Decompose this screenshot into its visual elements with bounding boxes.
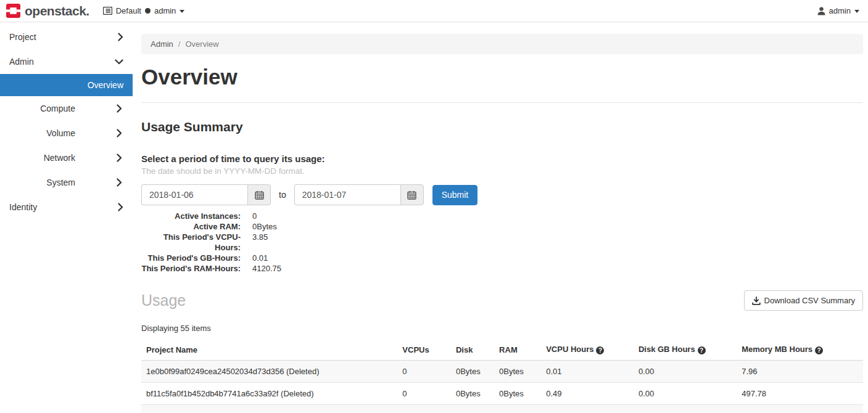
usage-table-header: Usage Download CSV Summary <box>141 290 863 311</box>
cell-ram: 0Bytes <box>494 383 541 405</box>
sidebar-item-identity[interactable]: Identity <box>0 195 133 219</box>
chevron-right-icon <box>116 178 122 187</box>
stat-gb-hours: This Period's GB-Hours: 0.01 <box>141 253 863 263</box>
sidebar-item-label: Compute <box>40 104 75 113</box>
stat-active-instances: Active Instances: 0 <box>141 211 863 221</box>
project-context-switcher[interactable]: Default admin <box>103 6 185 15</box>
user-icon <box>817 7 825 15</box>
sidebar-item-volume[interactable]: Volume <box>0 121 133 145</box>
column-label: VCPU Hours <box>546 345 593 354</box>
cell-ram: 0Bytes <box>494 361 541 383</box>
chevron-down-icon <box>180 10 184 13</box>
cell-disk-gb-hours: 0.00 <box>634 361 737 383</box>
sidebar-item-label: System <box>46 178 75 187</box>
help-icon[interactable]: ? <box>698 346 706 354</box>
cell-vcpu-hours: 0.01 <box>541 361 634 383</box>
sidebar-item-overview-selected[interactable]: Overview <box>0 74 133 96</box>
column-disk-gb-hours: Disk GB Hours? <box>634 339 737 361</box>
stat-value: 3.85 <box>252 232 268 253</box>
context-separator-dot <box>145 8 151 14</box>
cell-memory-mb-hours: 110.93 <box>737 405 863 413</box>
date-range-prompt: Select a period of time to query its usa… <box>141 153 863 164</box>
submit-button[interactable]: Submit <box>432 185 478 205</box>
date-to-calendar-button[interactable] <box>400 184 424 205</box>
user-name: admin <box>829 6 851 15</box>
stat-value: 0Bytes <box>252 221 277 232</box>
cell-project-name: 1e0b0f99af0249cea24502034d73d356 (Delete… <box>141 361 397 383</box>
sidebar-item-project[interactable]: Project <box>0 25 133 49</box>
sidebar-item-label: Admin <box>9 57 34 67</box>
stat-ram-hours: This Period's RAM-Hours: 4120.75 <box>141 263 863 274</box>
help-icon[interactable]: ? <box>596 346 604 354</box>
breadcrumb-separator: / <box>178 39 181 49</box>
date-range-form: to Submit <box>141 184 863 205</box>
to-label: to <box>279 190 286 200</box>
cell-memory-mb-hours: 497.78 <box>737 383 863 405</box>
breadcrumb-current: Overview <box>185 39 218 49</box>
stat-value: 0 <box>252 211 257 221</box>
column-label: Memory MB Hours <box>742 345 812 354</box>
usage-summary-heading: Usage Summary <box>141 120 863 134</box>
cell-disk: 0Bytes <box>451 405 494 413</box>
calendar-icon <box>407 190 416 200</box>
page-title: Overview <box>141 65 863 89</box>
table-row: bf11c5fa0f1b452db4b7741a6c33a92f (Delete… <box>141 383 863 405</box>
usage-table-title: Usage <box>141 292 186 309</box>
stat-vcpu-hours: This Period's VCPU-Hours: 3.85 <box>141 232 863 253</box>
column-disk: Disk <box>451 339 494 361</box>
column-label: VCPUs <box>402 345 429 354</box>
chevron-right-icon <box>116 129 122 137</box>
table-row: 1e0b0f99af0249cea24502034d73d356 (Delete… <box>141 361 863 383</box>
cell-vcpus: 0 <box>397 383 451 405</box>
main-content: Admin / Overview Overview Usage Summary … <box>133 22 868 413</box>
sidebar-item-system[interactable]: System <box>0 170 133 195</box>
chevron-right-icon <box>117 203 123 211</box>
stat-label: Active RAM: <box>141 221 241 232</box>
download-csv-label: Download CSV Summary <box>764 296 855 305</box>
sidebar-item-label: Network <box>44 153 75 163</box>
chevron-right-icon <box>117 33 123 41</box>
item-count: Displaying 55 items <box>141 324 863 333</box>
sidebar-item-label: Overview <box>88 80 123 90</box>
cell-memory-mb-hours: 7.96 <box>737 361 863 383</box>
date-from-input[interactable] <box>141 184 247 205</box>
context-project: admin <box>154 6 176 15</box>
cell-vcpus: 0 <box>397 361 451 383</box>
stat-label: This Period's RAM-Hours: <box>141 263 241 274</box>
cell-disk-gb-hours: 0.00 <box>634 405 737 413</box>
sidebar-item-network[interactable]: Network <box>0 145 133 170</box>
cell-ram: 0Bytes <box>494 405 541 413</box>
user-menu[interactable]: admin <box>817 6 859 15</box>
top-bar: openstack. Default admin admin <box>0 0 868 22</box>
date-from-calendar-button[interactable] <box>247 184 271 205</box>
stat-value: 4120.75 <box>252 263 281 274</box>
table-header-row: Project Name VCPUs Disk RAM VCPU Hours? <box>141 339 863 361</box>
column-project-name: Project Name <box>141 339 397 361</box>
sidebar-item-compute[interactable]: Compute <box>0 96 133 121</box>
openstack-brand[interactable]: openstack. <box>6 4 89 18</box>
stat-label: This Period's VCPU-Hours: <box>141 232 241 253</box>
date-to-input[interactable] <box>294 184 400 205</box>
chevron-down-icon <box>115 59 123 65</box>
breadcrumb-admin-link[interactable]: Admin <box>151 39 173 49</box>
date-to-group <box>294 184 424 205</box>
title-divider <box>141 102 863 103</box>
sidebar-item-admin[interactable]: Admin <box>0 49 133 74</box>
help-icon[interactable]: ? <box>815 346 823 354</box>
column-vcpu-hours: VCPU Hours? <box>541 339 634 361</box>
column-label: RAM <box>499 345 518 354</box>
cell-vcpu-hours: 0.49 <box>541 383 634 405</box>
domain-list-icon <box>103 7 112 15</box>
cell-vcpus: 0 <box>397 405 451 413</box>
usage-table: Project Name VCPUs Disk RAM VCPU Hours? <box>141 339 863 413</box>
chevron-right-icon <box>116 104 122 113</box>
download-csv-button[interactable]: Download CSV Summary <box>744 290 863 311</box>
date-from-group <box>141 184 271 205</box>
openstack-logo-icon <box>6 4 20 18</box>
date-format-hint: The date should be in YYYY-MM-DD format. <box>141 166 863 176</box>
stat-label: Active Instances: <box>141 211 241 221</box>
column-vcpus: VCPUs <box>397 339 451 361</box>
column-label: Disk <box>456 345 473 354</box>
sidebar-item-label: Volume <box>46 128 75 138</box>
cell-project-name: bf11c5fa0f1b452db4b7741a6c33a92f (Delete… <box>141 383 397 405</box>
